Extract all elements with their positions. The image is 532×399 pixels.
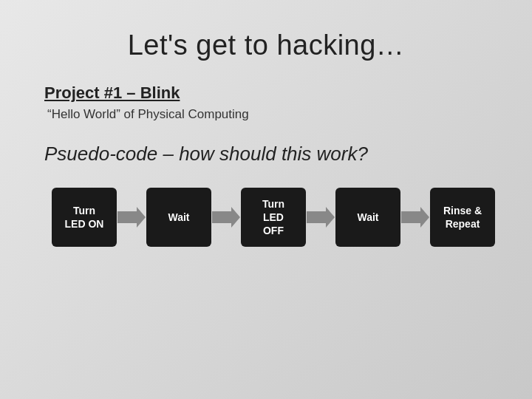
step-label: TurnLED ON [65,204,104,231]
svg-marker-1 [212,207,240,228]
step-wait-2: Wait [335,188,400,247]
step-turn-led-on: TurnLED ON [52,188,117,247]
svg-marker-3 [401,207,429,228]
flow-container: TurnLED ON Wait TurnLEDOFF Wait [44,188,488,247]
arrow-2 [211,206,241,228]
arrow-4 [400,206,430,228]
slide: Let's get to hacking… Project #1 – Blink… [0,0,532,399]
step-label: Wait [357,211,378,224]
step-rinse-repeat: Rinse &Repeat [430,188,495,247]
arrow-3 [306,206,335,228]
project-subtitle: “Hello World” of Physical Computing [44,107,488,122]
step-wait-1: Wait [146,188,211,247]
step-turn-led-off: TurnLEDOFF [241,188,306,247]
main-title: Let's get to hacking… [44,30,488,61]
project-title: Project #1 – Blink [44,83,488,103]
svg-marker-2 [307,207,335,228]
step-label: Wait [168,211,189,224]
svg-marker-0 [117,207,146,228]
step-label: Rinse &Repeat [443,204,482,231]
arrow-1 [117,206,146,228]
pseudo-title: Psuedo-code – how should this work? [44,143,488,166]
step-label: TurnLEDOFF [262,197,284,238]
